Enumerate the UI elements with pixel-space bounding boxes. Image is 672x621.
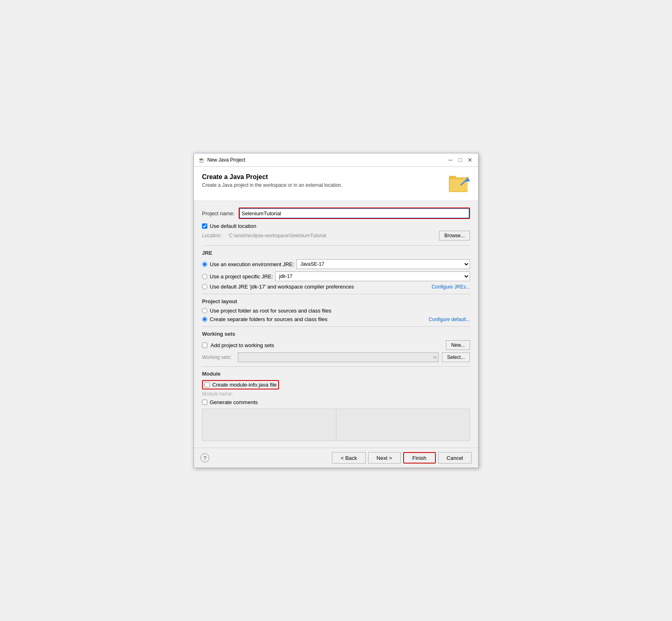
add-to-working-sets-checkbox[interactable]: [202, 343, 207, 348]
module-create-highlight: Create module-info.java file: [202, 380, 279, 389]
project-name-row: Project name:: [202, 208, 470, 219]
generate-comments-label: Generate comments: [210, 399, 258, 405]
module-panel-left: [202, 409, 336, 441]
footer-right: < Back Next > Finish Cancel: [332, 452, 472, 464]
folder-icon: [449, 173, 470, 195]
use-default-location-label: Use default location: [210, 223, 256, 229]
jre-execution-env-select[interactable]: JavaSE-17 JavaSE-11 JavaSE-8: [296, 259, 470, 269]
create-module-label: Create module-info.java file: [212, 382, 277, 388]
jre-project-specific-radio[interactable]: [202, 274, 207, 279]
title-bar-icon: ☕: [198, 157, 205, 163]
location-label: Location:: [202, 233, 226, 238]
layout-project-root-radio[interactable]: [202, 308, 207, 313]
location-row: Location: C:\anish\eclipse-workspace\See…: [202, 231, 470, 241]
jre-execution-env-label: Use an execution environment JRE:: [210, 261, 294, 267]
layout-separate-folders-row: Create separate folders for sources and …: [202, 316, 470, 322]
dialog-footer: ? < Back Next > Finish Cancel: [194, 448, 478, 468]
jre-project-specific-row: Use a project specific JRE: jdk-17: [202, 271, 470, 281]
working-sets-select[interactable]: [238, 352, 439, 362]
jre-execution-env-radio[interactable]: [202, 262, 207, 267]
layout-project-root-label: Use project folder as root for sources a…: [210, 308, 331, 314]
dialog-header: Create a Java Project Create a Java proj…: [194, 167, 478, 201]
location-value: C:\anish\eclipse-workspace\SeelniumTutor…: [229, 233, 436, 238]
title-bar-controls: ─ □ ✕: [446, 156, 474, 164]
maximize-button[interactable]: □: [456, 156, 464, 164]
module-create-row: Create module-info.java file: [202, 380, 470, 389]
divider-working-sets: [202, 326, 470, 327]
configure-jres-link[interactable]: Configure JREs...: [432, 284, 470, 290]
layout-separate-folders-label: Create separate folders for sources and …: [210, 316, 327, 322]
module-panel-right: [336, 409, 470, 441]
cancel-button[interactable]: Cancel: [438, 452, 472, 464]
working-sets-add-row: Add project to working sets New...: [202, 340, 470, 350]
layout-project-root-row: Use project folder as root for sources a…: [202, 308, 470, 314]
jre-section-title: JRE: [202, 250, 470, 256]
module-section-title: Module: [202, 371, 470, 377]
use-default-location-checkbox[interactable]: [202, 223, 207, 229]
minimize-button[interactable]: ─: [446, 156, 455, 164]
working-sets-select-row: Working sets: Select...: [202, 352, 470, 362]
finish-button[interactable]: Finish: [403, 452, 436, 464]
working-sets-label: Working sets:: [202, 354, 235, 360]
layout-separate-folders-radio[interactable]: [202, 317, 207, 322]
create-module-checkbox[interactable]: [204, 382, 210, 387]
jre-default-row: Use default JRE 'jdk-17' and workspace c…: [202, 284, 470, 290]
add-to-working-sets-label: Add project to working sets: [211, 342, 274, 348]
header-title: Create a Java Project: [202, 173, 343, 181]
browse-button[interactable]: Browse...: [439, 231, 470, 241]
module-name-row: Module name:: [202, 391, 470, 397]
divider-layout: [202, 294, 470, 294]
jre-default-label: Use default JRE 'jdk-17' and workspace c…: [210, 284, 354, 290]
divider-jre: [202, 245, 470, 246]
new-java-project-dialog: ☕ New Java Project ─ □ ✕ Create a Java P…: [193, 153, 479, 468]
footer-left: ?: [200, 453, 209, 462]
working-sets-section-title: Working sets: [202, 331, 470, 337]
next-button[interactable]: Next >: [368, 452, 401, 464]
jre-project-specific-label: Use a project specific JRE:: [210, 273, 273, 280]
header-text: Create a Java Project Create a Java proj…: [202, 173, 343, 188]
new-working-set-button[interactable]: New...: [446, 340, 470, 350]
title-bar-left: ☕ New Java Project: [198, 157, 245, 163]
generate-comments-checkbox[interactable]: [202, 400, 207, 405]
header-subtitle: Create a Java project in the workspace o…: [202, 182, 343, 188]
project-name-input[interactable]: [239, 208, 469, 218]
project-layout-section-title: Project layout: [202, 298, 470, 304]
module-name-label: Module name:: [202, 391, 239, 397]
project-name-label: Project name:: [202, 210, 239, 216]
title-bar-title: New Java Project: [207, 157, 245, 163]
jre-project-specific-select[interactable]: jdk-17: [275, 271, 470, 281]
divider-module: [202, 366, 470, 367]
help-button[interactable]: ?: [200, 453, 209, 462]
jre-execution-env-row: Use an execution environment JRE: JavaSE…: [202, 259, 470, 269]
select-working-set-button[interactable]: Select...: [442, 352, 470, 362]
use-default-location-row: Use default location: [202, 223, 470, 229]
generate-comments-row: Generate comments: [202, 399, 470, 405]
close-button[interactable]: ✕: [466, 156, 474, 164]
jre-default-radio[interactable]: [202, 284, 207, 289]
module-panels: [202, 409, 470, 441]
back-button[interactable]: < Back: [332, 452, 365, 464]
title-bar: ☕ New Java Project ─ □ ✕: [194, 153, 478, 167]
dialog-body: Project name: Use default location Locat…: [194, 201, 478, 448]
configure-default-link[interactable]: Configure default...: [429, 317, 470, 322]
